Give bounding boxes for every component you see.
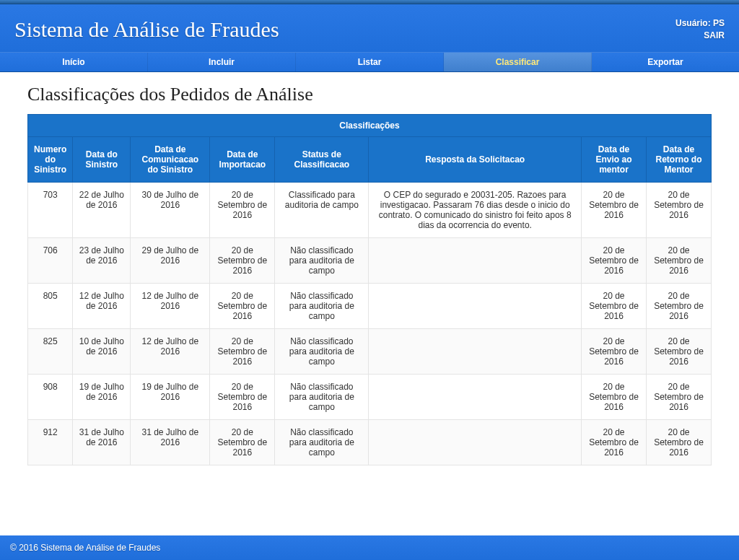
table-row: 80512 de Julho de 201612 de Julho de 201… — [28, 284, 712, 329]
cell-data_sinistro: 19 de Julho de 2016 — [73, 375, 131, 420]
column-header: Numero do Sinistro — [28, 137, 73, 183]
cell-resposta — [369, 284, 582, 329]
cell-numero: 908 — [28, 375, 73, 420]
cell-data_retorno: 20 de Setembro de 2016 — [647, 329, 712, 375]
cell-data_comunicacao: 29 de Julho de 2016 — [131, 238, 210, 284]
cell-data_envio: 20 de Setembro de 2016 — [582, 329, 647, 375]
table-row: 70623 de Julho de 201629 de Julho de 201… — [28, 238, 712, 284]
table-row: 70322 de Julho de 201630 de Julho de 201… — [28, 183, 712, 238]
cell-data_comunicacao: 31 de Julho de 2016 — [131, 420, 210, 465]
nav-tab-listar[interactable]: Listar — [296, 53, 444, 71]
cell-data_sinistro: 10 de Julho de 2016 — [73, 329, 131, 375]
column-header: Data do Sinistro — [73, 137, 131, 183]
cell-status: Não classificado para auditoria de campo — [275, 238, 369, 284]
cell-status: Não classificado para auditoria de campo — [275, 284, 369, 329]
cell-data_importacao: 20 de Setembro de 2016 — [210, 420, 275, 465]
cell-data_importacao: 20 de Setembro de 2016 — [210, 284, 275, 329]
table-row: 90819 de Julho de 201619 de Julho de 201… — [28, 375, 712, 420]
nav-tab-exportar[interactable]: Exportar — [592, 53, 739, 71]
column-header: Data de Retorno do Mentor — [647, 137, 712, 183]
cell-data_comunicacao: 19 de Julho de 2016 — [131, 375, 210, 420]
nav-tab-classificar[interactable]: Classificar — [444, 53, 592, 71]
cell-resposta — [369, 375, 582, 420]
cell-data_importacao: 20 de Setembro de 2016 — [210, 329, 275, 375]
cell-resposta: O CEP do segurado e 20031-205. Razoes pa… — [369, 183, 582, 238]
cell-numero: 912 — [28, 420, 73, 465]
user-box: Usuário: PS SAIR — [675, 17, 725, 42]
cell-resposta — [369, 238, 582, 284]
cell-data_sinistro: 12 de Julho de 2016 — [73, 284, 131, 329]
cell-data_retorno: 20 de Setembro de 2016 — [647, 183, 712, 238]
cell-data_retorno: 20 de Setembro de 2016 — [647, 375, 712, 420]
cell-data_envio: 20 de Setembro de 2016 — [582, 375, 647, 420]
table-row: 91231 de Julho de 201631 de Julho de 201… — [28, 420, 712, 465]
app-title: Sistema de Análise de Fraudes — [14, 17, 279, 42]
nav-tab-início[interactable]: Início — [0, 53, 148, 71]
cell-numero: 805 — [28, 284, 73, 329]
column-header: Data de Envio ao mentor — [582, 137, 647, 183]
page-title: Classificações dos Pedidos de Análise — [27, 84, 712, 105]
column-header: Status de Classificacao — [275, 137, 369, 183]
user-label: Usuário: PS — [675, 17, 725, 30]
footer-text: © 2016 Sistema de Análise de Fraudes — [10, 543, 160, 553]
nav-tab-incluir[interactable]: Incluir — [148, 53, 296, 71]
cell-data_retorno: 20 de Setembro de 2016 — [647, 284, 712, 329]
cell-data_importacao: 20 de Setembro de 2016 — [210, 375, 275, 420]
cell-resposta — [369, 420, 582, 465]
cell-numero: 706 — [28, 238, 73, 284]
column-header: Data de Importacao — [210, 137, 275, 183]
cell-data_importacao: 20 de Setembro de 2016 — [210, 238, 275, 284]
cell-data_importacao: 20 de Setembro de 2016 — [210, 183, 275, 238]
table-row: 82510 de Julho de 201612 de Julho de 201… — [28, 329, 712, 375]
cell-data_envio: 20 de Setembro de 2016 — [582, 284, 647, 329]
column-header: Resposta da Solicitacao — [369, 137, 582, 183]
cell-numero: 703 — [28, 183, 73, 238]
main-nav: InícioIncluirListarClassificarExportar — [0, 52, 739, 72]
cell-data_retorno: 20 de Setembro de 2016 — [647, 420, 712, 465]
cell-data_sinistro: 23 de Julho de 2016 — [73, 238, 131, 284]
cell-status: Não classificado para auditoria de campo — [275, 420, 369, 465]
app-header: Sistema de Análise de Fraudes Usuário: P… — [0, 4, 739, 52]
cell-data_sinistro: 31 de Julho de 2016 — [73, 420, 131, 465]
logout-link[interactable]: SAIR — [704, 30, 725, 40]
cell-data_envio: 20 de Setembro de 2016 — [582, 420, 647, 465]
cell-data_envio: 20 de Setembro de 2016 — [582, 183, 647, 238]
cell-data_comunicacao: 12 de Julho de 2016 — [131, 284, 210, 329]
cell-numero: 825 — [28, 329, 73, 375]
cell-status: Não classificado para auditoria de campo — [275, 375, 369, 420]
cell-data_comunicacao: 30 de Julho de 2016 — [131, 183, 210, 238]
cell-status: Classificado para auditoria de campo — [275, 183, 369, 238]
app-footer: © 2016 Sistema de Análise de Fraudes — [0, 535, 739, 560]
classifications-table: Classificações Numero do SinistroData do… — [27, 114, 712, 465]
cell-data_comunicacao: 12 de Julho de 2016 — [131, 329, 210, 375]
cell-data_retorno: 20 de Setembro de 2016 — [647, 238, 712, 284]
cell-resposta — [369, 329, 582, 375]
cell-data_sinistro: 22 de Julho de 2016 — [73, 183, 131, 238]
table-caption: Classificações — [28, 115, 712, 137]
content-area: Classificações dos Pedidos de Análise Cl… — [0, 72, 739, 535]
cell-status: Não classificado para auditoria de campo — [275, 329, 369, 375]
cell-data_envio: 20 de Setembro de 2016 — [582, 238, 647, 284]
column-header: Data de Comunicacao do Sinistro — [131, 137, 210, 183]
